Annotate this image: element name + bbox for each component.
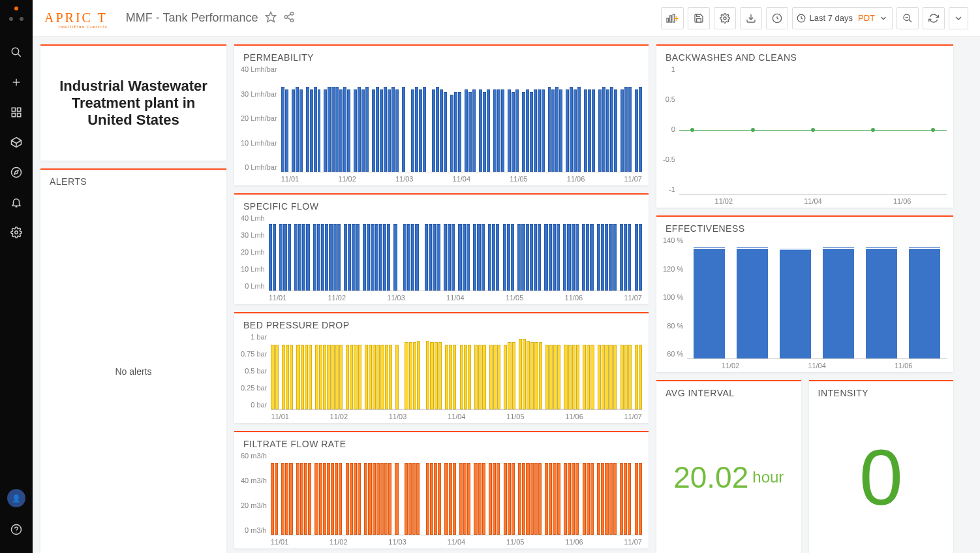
specific-flow-yaxis: 40 Lmh30 Lmh20 Lmh10 Lmh0 Lmh bbox=[241, 214, 269, 290]
intensity-title: INTENSITY bbox=[809, 381, 954, 401]
panel-backwashes[interactable]: BACKWASHES AND CLEANS 10.50-0.5-1 11/021… bbox=[656, 44, 953, 208]
cycle-view-button[interactable] bbox=[766, 7, 788, 29]
search-icon[interactable] bbox=[3, 39, 29, 65]
brand-name: APRIC T bbox=[44, 10, 108, 25]
backwashes-xaxis: 11/0211/0411/06 bbox=[679, 195, 947, 205]
time-range-picker[interactable]: Last 7 days PDT bbox=[792, 7, 893, 29]
save-button[interactable] bbox=[688, 7, 710, 29]
compass-icon[interactable] bbox=[3, 159, 29, 185]
avg-interval-value: 20.02 bbox=[673, 460, 748, 495]
avg-interval-unit: hour bbox=[752, 468, 784, 486]
svg-point-14 bbox=[15, 231, 18, 234]
bed-pressure-bars bbox=[271, 333, 642, 410]
svg-line-10 bbox=[16, 140, 22, 144]
star-icon[interactable] bbox=[265, 11, 277, 25]
bed-pressure-yaxis: 1 bar0.75 bar0.5 bar0.25 bar0 bar bbox=[241, 333, 271, 409]
svg-line-9 bbox=[12, 140, 17, 144]
page-title: MMF - Tank Performance bbox=[126, 11, 258, 25]
filtrate-flow-title: FILTRATE FLOW RATE bbox=[234, 432, 649, 452]
alerts-empty: No alerts bbox=[40, 189, 226, 553]
effectiveness-bars bbox=[687, 236, 947, 359]
intensity-value: 0 bbox=[859, 438, 903, 516]
permeability-yaxis: 40 Lmh/bar30 Lmh/bar20 Lmh/bar10 Lmh/bar… bbox=[241, 65, 281, 171]
effectiveness-yaxis: 140 %120 %100 %80 %60 % bbox=[663, 236, 687, 358]
headline-panel: Industrial Wastewater Treatment plant in… bbox=[40, 44, 226, 161]
panel-permeability[interactable]: PERMEABILITY 40 Lmh/bar30 Lmh/bar20 Lmh/… bbox=[234, 44, 649, 185]
svg-point-19 bbox=[284, 15, 288, 18]
effectiveness-xaxis: 11/0211/0411/06 bbox=[687, 359, 947, 370]
bed-pressure-xaxis: 11/0111/0211/0311/0411/0511/0611/07 bbox=[271, 410, 642, 420]
panel-bed-pressure[interactable]: BED PRESSURE DROP 1 bar0.75 bar0.5 bar0.… bbox=[234, 312, 649, 423]
cube-icon[interactable] bbox=[3, 129, 29, 155]
svg-rect-5 bbox=[18, 108, 21, 111]
svg-line-1 bbox=[18, 54, 21, 57]
filtrate-flow-bars bbox=[271, 452, 642, 535]
permeability-bars bbox=[281, 65, 642, 172]
permeability-xaxis: 11/0111/0211/0311/0411/0511/0611/07 bbox=[281, 172, 642, 183]
time-range-tz: PDT bbox=[858, 13, 875, 23]
panel-specific-flow[interactable]: SPECIFIC FLOW 40 Lmh30 Lmh20 Lmh10 Lmh0 … bbox=[234, 193, 649, 304]
specific-flow-xaxis: 11/0111/0211/0311/0411/0511/0611/07 bbox=[269, 291, 642, 302]
panel-filtrate-flow[interactable]: FILTRATE FLOW RATE 60 m3/h40 m3/h20 m3/h… bbox=[234, 431, 649, 548]
grafana-logo-icon[interactable] bbox=[9, 7, 23, 21]
plus-icon[interactable] bbox=[3, 69, 29, 95]
zoom-out-button[interactable] bbox=[896, 7, 919, 29]
effectiveness-title: EFFECTIVENESS bbox=[656, 217, 953, 236]
backwashes-yaxis: 10.50-0.5-1 bbox=[663, 65, 679, 193]
time-range-label: Last 7 days bbox=[810, 13, 853, 23]
filtrate-flow-yaxis: 60 m3/h40 m3/h20 m3/h0 m3/h bbox=[241, 452, 271, 534]
bell-icon[interactable] bbox=[3, 189, 29, 215]
headline-text: Industrial Wastewater Treatment plant in… bbox=[54, 78, 213, 129]
permeability-title: PERMEABILITY bbox=[234, 46, 649, 65]
avatar[interactable]: 👤 bbox=[7, 489, 25, 507]
svg-point-20 bbox=[290, 19, 294, 22]
topbar: APRIC T IntelliFlux Controls MMF - Tank … bbox=[33, 0, 980, 37]
specific-flow-bars bbox=[269, 214, 642, 291]
backwashes-plot bbox=[679, 65, 947, 195]
svg-rect-23 bbox=[667, 18, 669, 22]
backwashes-title: BACKWASHES AND CLEANS bbox=[656, 46, 953, 65]
svg-point-0 bbox=[12, 48, 19, 55]
alerts-panel: ALERTS No alerts bbox=[40, 168, 226, 553]
svg-marker-17 bbox=[266, 12, 275, 22]
add-panel-button[interactable]: + bbox=[661, 7, 683, 29]
svg-point-18 bbox=[290, 12, 294, 15]
alerts-title: ALERTS bbox=[40, 170, 226, 189]
svg-marker-13 bbox=[14, 170, 18, 174]
filtrate-flow-xaxis: 11/0111/0211/0311/0411/0511/0611/07 bbox=[271, 535, 642, 546]
settings-button[interactable] bbox=[714, 7, 736, 29]
svg-point-12 bbox=[12, 168, 22, 178]
refresh-button[interactable] bbox=[923, 7, 945, 29]
avg-interval-title: AVG INTERVAL bbox=[656, 381, 801, 401]
brand-tagline: IntelliFlux Controls bbox=[58, 24, 107, 29]
specific-flow-title: SPECIFIC FLOW bbox=[234, 195, 649, 214]
sidebar-nav: 👤 bbox=[0, 0, 33, 553]
svg-line-21 bbox=[287, 14, 290, 16]
brand-logo: APRIC T IntelliFlux Controls bbox=[44, 10, 108, 25]
panel-intensity[interactable]: INTENSITY 0 bbox=[809, 380, 954, 553]
svg-line-31 bbox=[909, 20, 911, 22]
share-icon[interactable] bbox=[283, 11, 295, 25]
refresh-dropdown[interactable] bbox=[949, 7, 968, 29]
svg-line-22 bbox=[287, 18, 290, 20]
svg-rect-4 bbox=[12, 108, 15, 111]
panel-avg-interval[interactable]: AVG INTERVAL 20.02 hour bbox=[656, 380, 801, 553]
svg-rect-6 bbox=[12, 114, 15, 117]
panel-effectiveness[interactable]: EFFECTIVENESS 140 %120 %100 %80 %60 % 11… bbox=[656, 215, 953, 372]
apps-icon[interactable] bbox=[3, 99, 29, 125]
svg-rect-7 bbox=[18, 114, 21, 117]
help-icon[interactable] bbox=[3, 516, 29, 543]
download-button[interactable] bbox=[740, 7, 762, 29]
gear-icon[interactable] bbox=[3, 219, 29, 245]
svg-point-26 bbox=[724, 17, 726, 20]
bed-pressure-title: BED PRESSURE DROP bbox=[234, 313, 649, 333]
svg-rect-24 bbox=[670, 16, 672, 22]
